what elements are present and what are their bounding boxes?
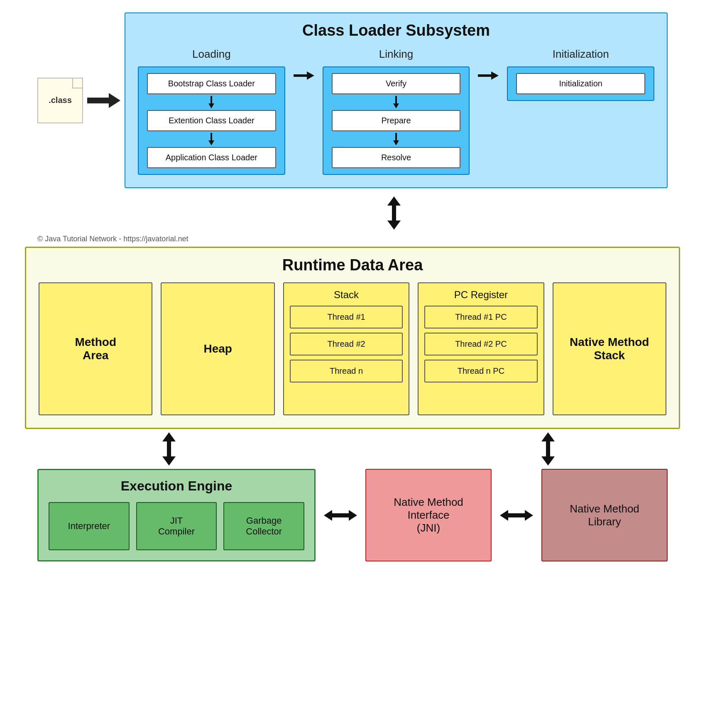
phase-arrow-inner-2 — [478, 73, 499, 78]
execution-engine-box: Execution Engine Interpreter JITCompiler… — [37, 469, 316, 561]
cl-phases: Loading Bootstrap Class Loader Extention… — [138, 48, 654, 175]
bootstrap-class-loader: Bootstrap Class Loader — [147, 73, 276, 94]
exec-inner: Interpreter JITCompiler GarbageCollector — [49, 502, 304, 550]
initialization-label: Initialization — [553, 48, 609, 61]
left-double-arrow-wrapper — [37, 432, 301, 466]
arrow-spacer — [301, 432, 420, 466]
exec-engine-arrow — [161, 432, 177, 466]
native-method-library-label: Native MethodLibrary — [570, 502, 639, 528]
pc-title: PC Register — [424, 289, 537, 301]
arrow-left-2 — [500, 510, 508, 521]
native-method-interface-label: Native MethodInterface(JNI) — [394, 496, 463, 534]
pc-register-box: PC Register Thread #1 PC Thread #2 PC Th… — [418, 282, 544, 415]
stack-thread-1: Thread #1 — [290, 306, 403, 328]
class-file-label: .class — [49, 96, 72, 105]
extension-class-loader: Extention Class Loader — [147, 110, 276, 131]
method-area-cell: MethodArea — [39, 282, 152, 415]
link-arrow-1 — [393, 96, 399, 108]
loader-arrow-2 — [208, 133, 214, 145]
stack-thread-2: Thread #2 — [290, 333, 403, 355]
linking-label: Linking — [379, 48, 413, 61]
link-arrow-2 — [393, 133, 399, 145]
arrow-up — [387, 196, 401, 206]
arrow-right-1 — [349, 510, 357, 521]
arrow-down — [387, 221, 401, 230]
arrow-up-2 — [162, 432, 176, 441]
heap-label: Heap — [203, 342, 232, 355]
runtime-to-bottom-arrows — [25, 432, 680, 466]
class-loader-subsystem-box: Class Loader Subsystem Loading Bootstrap… — [125, 12, 668, 188]
resolve-item: Resolve — [332, 147, 461, 168]
initialization-phase: Initialization Initialization — [507, 48, 654, 101]
loader-arrow-1 — [208, 96, 214, 108]
linking-phase: Linking Verify Prepare Resolve — [323, 48, 470, 175]
linking-box: Verify Prepare Resolve — [323, 66, 470, 175]
jni-to-lib-arrow — [500, 511, 533, 520]
native-method-stack-cell: Native MethodStack — [553, 282, 666, 415]
interpreter-item: Interpreter — [49, 502, 130, 550]
diagram-container: .class Class Loader Subsystem Loading Bo… — [0, 0, 705, 728]
native-method-interface-box: Native MethodInterface(JNI) — [365, 469, 492, 561]
top-section: .class Class Loader Subsystem Loading Bo… — [25, 12, 680, 188]
copyright-text: © Java Tutorial Network - https://javato… — [37, 235, 188, 243]
cl-to-runtime-arrow-wrapper — [66, 196, 705, 230]
arrow-left-1 — [324, 510, 332, 521]
exec-engine-title: Execution Engine — [49, 478, 304, 494]
stack-thread-n: Thread n — [290, 360, 403, 382]
right-double-arrow-wrapper — [428, 432, 668, 466]
loading-phase: Loading Bootstrap Class Loader Extention… — [138, 48, 285, 175]
exec-to-jni-arrow-wrapper — [324, 511, 357, 520]
native-interface-arrow — [540, 432, 556, 466]
runtime-data-area-box: Runtime Data Area MethodArea Heap Stack … — [25, 247, 680, 429]
verify-item: Verify — [332, 73, 461, 94]
loading-to-linking-arrow — [294, 48, 314, 78]
class-loader-title: Class Loader Subsystem — [138, 22, 654, 39]
arrow-right-2 — [525, 510, 533, 521]
application-class-loader: Application Class Loader — [147, 147, 276, 168]
jni-to-lib-arrow-wrapper — [500, 511, 533, 520]
initialization-item: Initialization — [516, 73, 645, 94]
method-area-label: MethodArea — [75, 336, 116, 362]
heap-cell: Heap — [161, 282, 274, 415]
native-method-library-box: Native MethodLibrary — [541, 469, 668, 561]
arrow-down-2 — [162, 456, 176, 466]
loading-box: Bootstrap Class Loader Extention Class L… — [138, 66, 285, 175]
pc-thread-n: Thread n PC — [424, 360, 537, 382]
runtime-inner: MethodArea Heap Stack Thread #1 Thread #… — [39, 282, 666, 415]
bottom-section: Execution Engine Interpreter JITCompiler… — [25, 469, 680, 561]
stack-box: Stack Thread #1 Thread #2 Thread n — [283, 282, 409, 415]
exec-to-jni-arrow — [324, 511, 357, 520]
prepare-item: Prepare — [332, 110, 461, 131]
linking-to-init-arrow — [478, 48, 499, 78]
phase-arrow-inner-1 — [294, 73, 314, 78]
stack-title: Stack — [290, 289, 403, 301]
runtime-title: Runtime Data Area — [39, 256, 666, 274]
loading-label: Loading — [192, 48, 231, 61]
pc-thread-2: Thread #2 PC — [424, 333, 537, 355]
cl-to-runtime-arrow — [386, 196, 402, 230]
jit-compiler-item: JITCompiler — [136, 502, 217, 550]
class-to-loader-arrow — [87, 94, 120, 107]
native-method-stack-label: Native MethodStack — [570, 336, 649, 362]
initialization-box: Initialization — [507, 66, 654, 101]
class-file-icon: .class — [37, 78, 83, 123]
arrow-up-3 — [541, 432, 555, 441]
pc-thread-1: Thread #1 PC — [424, 306, 537, 328]
arrow-down-3 — [541, 456, 555, 466]
garbage-collector-item: GarbageCollector — [223, 502, 304, 550]
